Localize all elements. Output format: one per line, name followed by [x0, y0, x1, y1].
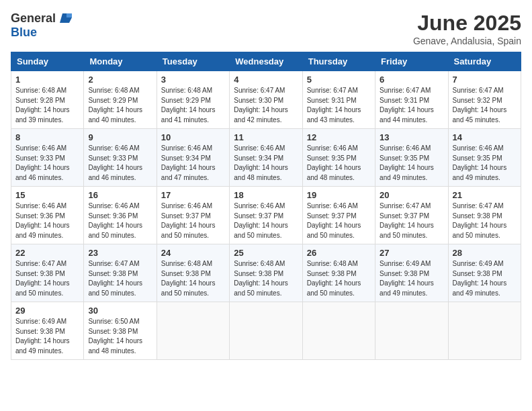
sunrise-text: Sunrise: 6:49 AM — [380, 260, 431, 267]
sunset-text: Sunset: 9:38 PM — [453, 270, 502, 277]
day-info: Sunrise: 6:46 AM Sunset: 9:35 PM Dayligh… — [307, 144, 371, 183]
title-area: June 2025 Genave, Andalusia, Spain — [413, 11, 521, 46]
sunrise-text: Sunrise: 6:49 AM — [15, 318, 66, 325]
sunset-text: Sunset: 9:28 PM — [15, 97, 65, 104]
sunset-text: Sunset: 9:33 PM — [15, 154, 65, 162]
table-row: 29 Sunrise: 6:49 AM Sunset: 9:38 PM Dayl… — [11, 302, 84, 360]
sunset-text: Sunset: 9:34 PM — [161, 154, 211, 162]
daylight-text: Daylight: 14 hours and 40 minutes. — [88, 106, 142, 124]
svg-marker-1 — [66, 13, 72, 17]
daylight-text: Daylight: 14 hours and 50 minutes. — [380, 222, 434, 239]
sunset-text: Sunset: 9:38 PM — [234, 270, 283, 277]
day-number: 5 — [307, 75, 371, 85]
table-row: 14 Sunrise: 6:46 AM Sunset: 9:35 PM Dayl… — [448, 129, 521, 187]
day-info: Sunrise: 6:46 AM Sunset: 9:33 PM Dayligh… — [88, 144, 152, 183]
table-row: 30 Sunrise: 6:50 AM Sunset: 9:38 PM Dayl… — [84, 302, 157, 360]
sunrise-text: Sunrise: 6:46 AM — [15, 144, 66, 152]
table-row: 6 Sunrise: 6:47 AM Sunset: 9:31 PM Dayli… — [375, 71, 448, 129]
day-info: Sunrise: 6:46 AM Sunset: 9:37 PM Dayligh… — [234, 201, 298, 240]
day-info: Sunrise: 6:46 AM Sunset: 9:33 PM Dayligh… — [15, 144, 79, 183]
daylight-text: Daylight: 14 hours and 49 minutes. — [15, 337, 70, 355]
day-info: Sunrise: 6:48 AM Sunset: 9:28 PM Dayligh… — [15, 86, 79, 125]
sunrise-text: Sunrise: 6:47 AM — [88, 260, 139, 267]
day-number: 30 — [88, 306, 152, 316]
location-subtitle: Genave, Andalusia, Spain — [413, 36, 521, 46]
daylight-text: Daylight: 14 hours and 46 minutes. — [88, 164, 142, 181]
calendar-table: Sunday Monday Tuesday Wednesday Thursday… — [11, 52, 521, 360]
sunrise-text: Sunrise: 6:47 AM — [307, 87, 358, 94]
sunset-text: Sunset: 9:34 PM — [234, 154, 283, 162]
table-row — [375, 302, 448, 360]
day-number: 23 — [88, 248, 152, 258]
day-info: Sunrise: 6:48 AM Sunset: 9:38 PM Dayligh… — [161, 259, 225, 298]
logo: General Blue — [11, 11, 72, 40]
sunrise-text: Sunrise: 6:46 AM — [453, 144, 504, 152]
header-monday: Monday — [84, 52, 157, 71]
sunrise-text: Sunrise: 6:48 AM — [88, 87, 139, 94]
sunrise-text: Sunrise: 6:47 AM — [15, 260, 66, 267]
day-info: Sunrise: 6:46 AM Sunset: 9:35 PM Dayligh… — [380, 144, 443, 183]
table-row — [157, 302, 229, 360]
daylight-text: Daylight: 14 hours and 50 minutes. — [161, 279, 216, 297]
daylight-text: Daylight: 14 hours and 41 minutes. — [161, 106, 216, 124]
sunrise-text: Sunrise: 6:46 AM — [380, 144, 431, 152]
table-row: 22 Sunrise: 6:47 AM Sunset: 9:38 PM Dayl… — [11, 244, 84, 302]
day-number: 17 — [161, 190, 225, 200]
day-number: 22 — [15, 248, 79, 258]
day-info: Sunrise: 6:46 AM Sunset: 9:37 PM Dayligh… — [307, 201, 371, 240]
sunset-text: Sunset: 9:35 PM — [380, 154, 429, 162]
table-row: 12 Sunrise: 6:46 AM Sunset: 9:35 PM Dayl… — [302, 129, 375, 187]
daylight-text: Daylight: 14 hours and 50 minutes. — [88, 222, 142, 239]
calendar-week-row: 22 Sunrise: 6:47 AM Sunset: 9:38 PM Dayl… — [11, 244, 521, 302]
header-saturday: Saturday — [448, 52, 521, 71]
sunset-text: Sunset: 9:30 PM — [234, 97, 283, 104]
table-row: 5 Sunrise: 6:47 AM Sunset: 9:31 PM Dayli… — [302, 71, 375, 129]
table-row — [448, 302, 521, 360]
header-wednesday: Wednesday — [230, 52, 302, 71]
sunrise-text: Sunrise: 6:48 AM — [234, 260, 285, 267]
daylight-text: Daylight: 14 hours and 50 minutes. — [307, 222, 361, 239]
sunset-text: Sunset: 9:38 PM — [88, 328, 138, 335]
day-number: 9 — [88, 132, 152, 142]
daylight-text: Daylight: 14 hours and 46 minutes. — [15, 164, 70, 181]
day-info: Sunrise: 6:47 AM Sunset: 9:37 PM Dayligh… — [380, 201, 443, 240]
month-title: June 2025 — [413, 11, 521, 36]
sunrise-text: Sunrise: 6:47 AM — [380, 87, 431, 94]
weekday-header-row: Sunday Monday Tuesday Wednesday Thursday… — [11, 52, 521, 71]
table-row — [230, 302, 302, 360]
day-info: Sunrise: 6:46 AM Sunset: 9:37 PM Dayligh… — [161, 201, 225, 240]
day-number: 20 — [380, 190, 443, 200]
sunset-text: Sunset: 9:38 PM — [453, 212, 502, 220]
table-row: 18 Sunrise: 6:46 AM Sunset: 9:37 PM Dayl… — [230, 187, 302, 244]
sunrise-text: Sunrise: 6:46 AM — [307, 202, 358, 210]
day-number: 6 — [380, 75, 443, 85]
daylight-text: Daylight: 14 hours and 50 minutes. — [15, 279, 70, 297]
sunrise-text: Sunrise: 6:48 AM — [307, 260, 358, 267]
day-info: Sunrise: 6:48 AM Sunset: 9:38 PM Dayligh… — [307, 259, 371, 298]
day-number: 24 — [161, 248, 225, 258]
daylight-text: Daylight: 14 hours and 49 minutes. — [380, 279, 434, 297]
sunset-text: Sunset: 9:29 PM — [88, 97, 138, 104]
table-row: 28 Sunrise: 6:49 AM Sunset: 9:38 PM Dayl… — [448, 244, 521, 302]
logo-general: General — [11, 11, 56, 26]
sunset-text: Sunset: 9:31 PM — [307, 97, 357, 104]
day-info: Sunrise: 6:49 AM Sunset: 9:38 PM Dayligh… — [453, 259, 517, 298]
sunset-text: Sunset: 9:37 PM — [380, 212, 429, 220]
sunset-text: Sunset: 9:38 PM — [380, 270, 429, 277]
daylight-text: Daylight: 14 hours and 39 minutes. — [15, 106, 70, 124]
sunrise-text: Sunrise: 6:46 AM — [234, 144, 285, 152]
day-info: Sunrise: 6:48 AM Sunset: 9:29 PM Dayligh… — [88, 86, 152, 125]
sunset-text: Sunset: 9:33 PM — [88, 154, 138, 162]
day-info: Sunrise: 6:50 AM Sunset: 9:38 PM Dayligh… — [88, 317, 152, 356]
calendar-week-row: 8 Sunrise: 6:46 AM Sunset: 9:33 PM Dayli… — [11, 129, 521, 187]
header-sunday: Sunday — [11, 52, 84, 71]
daylight-text: Daylight: 14 hours and 45 minutes. — [453, 106, 507, 124]
sunset-text: Sunset: 9:38 PM — [15, 270, 65, 277]
table-row: 25 Sunrise: 6:48 AM Sunset: 9:38 PM Dayl… — [230, 244, 302, 302]
table-row: 16 Sunrise: 6:46 AM Sunset: 9:36 PM Dayl… — [84, 187, 157, 244]
day-info: Sunrise: 6:47 AM Sunset: 9:30 PM Dayligh… — [234, 86, 298, 125]
daylight-text: Daylight: 14 hours and 48 minutes. — [234, 164, 288, 181]
sunset-text: Sunset: 9:35 PM — [307, 154, 357, 162]
day-info: Sunrise: 6:46 AM Sunset: 9:34 PM Dayligh… — [161, 144, 225, 183]
table-row: 27 Sunrise: 6:49 AM Sunset: 9:38 PM Dayl… — [375, 244, 448, 302]
